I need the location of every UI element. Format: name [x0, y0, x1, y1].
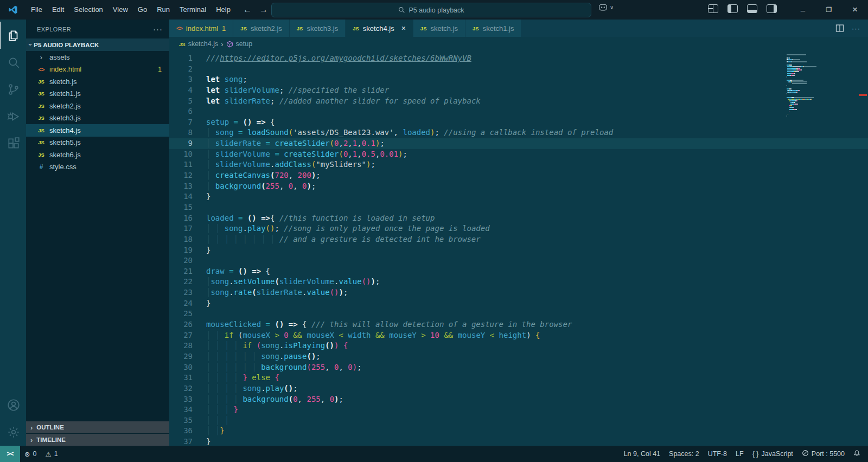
settings-gear-icon[interactable]: [0, 419, 27, 446]
minimize-button[interactable]: –: [790, 0, 816, 20]
menu-view[interactable]: View: [108, 5, 133, 14]
toggle-secondary-sidebar-button[interactable]: [767, 4, 777, 13]
code-line-5[interactable]: 5let sliderRate; //added another slider …: [169, 96, 868, 107]
section-timeline[interactable]: ›TIMELINE: [26, 434, 169, 446]
file-item-index.html[interactable]: <>index.html1: [26, 63, 169, 76]
code-line-28[interactable]: 28│ │ │ │ if (song.isPlaying()) {: [169, 341, 868, 351]
code-line-34[interactable]: 34│ │ │ }: [169, 405, 868, 415]
tab-index.html[interactable]: <>index.html1: [169, 20, 233, 37]
restore-button[interactable]: ❐: [816, 0, 842, 20]
code-line-15[interactable]: 15: [169, 202, 868, 213]
file-item-sketch3.js[interactable]: JSsketch3.js: [26, 112, 169, 125]
close-button[interactable]: ×: [842, 0, 868, 20]
forward-button[interactable]: →: [259, 5, 268, 15]
menu-go[interactable]: Go: [133, 5, 152, 14]
breadcrumb[interactable]: JS sketch4.js › setup: [169, 37, 868, 51]
tab-close-icon[interactable]: ×: [401, 24, 406, 33]
code-line-3[interactable]: 3let song;: [169, 74, 868, 85]
code-line-16[interactable]: 16loaded = () =>{ //this function is loa…: [169, 213, 868, 224]
code-line-33[interactable]: 33│ │ │ │ background(0, 255, 0);: [169, 394, 868, 405]
code-line-17[interactable]: 17│ │ song.play(); //song is only played…: [169, 223, 868, 234]
menu-edit[interactable]: Edit: [47, 5, 69, 14]
code-line-31[interactable]: 31│ │ │ │ } else {: [169, 373, 868, 383]
file-item-sketch.js[interactable]: JSsketch.js: [26, 75, 169, 88]
code-line-4[interactable]: 4let sliderVolume; //specified the slide…: [169, 85, 868, 96]
more-actions-button[interactable]: ···: [852, 24, 860, 33]
code-line-30[interactable]: 30│ │ │ │ │ │ background(255, 0, 0);: [169, 362, 868, 373]
vertical-scrollbar[interactable]: [863, 51, 868, 446]
source-control-icon[interactable]: [0, 76, 27, 103]
statusbar-encoding[interactable]: UTF-8: [704, 450, 731, 458]
code-line-11[interactable]: 11│ sliderVolume.addClass("mySliders");: [169, 159, 868, 170]
code-line-29[interactable]: 29│ │ │ │ │ │ song.pause();: [169, 351, 868, 362]
code-line-10[interactable]: 10│ sliderVolume = createSlider(0,1,0.5,…: [169, 149, 868, 160]
back-button[interactable]: ←: [243, 5, 252, 15]
statusbar-cursor-position[interactable]: Ln 9, Col 41: [620, 450, 665, 458]
account-icon[interactable]: [0, 392, 27, 419]
section-outline[interactable]: ›OUTLINE: [26, 421, 169, 433]
explorer-icon[interactable]: [0, 22, 27, 49]
copilot-button[interactable]: ∨: [598, 3, 614, 12]
code-line-23[interactable]: 23│song.rate(sliderRate.value());: [169, 287, 868, 298]
statusbar-live-server-port[interactable]: Port : 5500: [797, 450, 849, 458]
code-line-2[interactable]: 2: [169, 64, 868, 75]
tab-sketch1.js[interactable]: JSsketch1.js: [465, 20, 521, 37]
statusbar-errors[interactable]: ⊗0: [20, 450, 41, 458]
code-line-32[interactable]: 32│ │ │ │ song.play();: [169, 383, 868, 394]
customize-layout-button[interactable]: [708, 4, 718, 13]
code-editor[interactable]: 1///https://editor.p5js.org/amygoodchild…: [169, 51, 868, 446]
code-line-18[interactable]: 18│ │ │ │ │ │ │ │ // and a gresture is d…: [169, 234, 868, 245]
code-line-13[interactable]: 13│ background(255, 0, 0);: [169, 181, 868, 192]
code-line-21[interactable]: 21draw = () => {: [169, 266, 868, 277]
search-icon[interactable]: [0, 49, 27, 76]
code-line-9[interactable]: 9│ sliderRate = createSlider(0,2,1,0.1);: [169, 138, 868, 149]
tab-sketch4.js[interactable]: JSsketch4.js×: [346, 20, 413, 37]
code-line-8[interactable]: 8│ song = loadSound('assets/DS_Beat23.wa…: [169, 127, 868, 138]
code-line-25[interactable]: 25: [169, 309, 868, 319]
file-item-sketch4.js[interactable]: JSsketch4.js: [26, 124, 169, 137]
code-line-37[interactable]: 37}: [169, 437, 868, 446]
menu-file[interactable]: File: [26, 5, 47, 14]
code-line-24[interactable]: 24}: [169, 298, 868, 309]
split-editor-icon[interactable]: [835, 24, 844, 33]
statusbar-indentation[interactable]: Spaces: 2: [665, 450, 704, 458]
code-line-19[interactable]: 19}: [169, 245, 868, 256]
file-item-sketch1.js[interactable]: JSsketch1.js: [26, 88, 169, 100]
statusbar-language-mode[interactable]: { }JavaScript: [748, 450, 797, 458]
code-line-20[interactable]: 20: [169, 255, 868, 266]
toggle-primary-sidebar-button[interactable]: [727, 4, 738, 13]
menu-terminal[interactable]: Terminal: [175, 5, 211, 14]
statusbar-notifications[interactable]: [849, 450, 865, 459]
file-item-style.css[interactable]: #style.css: [26, 161, 169, 174]
code-line-1[interactable]: 1///https://editor.p5js.org/amygoodchild…: [169, 53, 868, 64]
code-line-7[interactable]: 7setup = () => {: [169, 117, 868, 128]
statusbar-warnings[interactable]: ⚠1: [41, 450, 62, 458]
command-center-search[interactable]: P5 audio playback: [271, 3, 591, 17]
code-line-14[interactable]: 14}: [169, 191, 868, 202]
workspace-root-folder[interactable]: › P5 AUDIO PLAYBACK: [26, 39, 169, 51]
tab-sketch3.js[interactable]: JSsketch3.js: [290, 20, 345, 37]
code-line-22[interactable]: 22│song.setVolume(sliderVolume.value());: [169, 277, 868, 287]
menu-selection[interactable]: Selection: [69, 5, 107, 14]
code-line-27[interactable]: 27│ │ if (mouseX > 0 && mouseX < width &…: [169, 330, 868, 341]
code-line-36[interactable]: 36│ │}: [169, 426, 868, 437]
file-item-sketch5.js[interactable]: JSsketch5.js: [26, 137, 169, 149]
toggle-panel-button[interactable]: [747, 4, 757, 13]
menu-run[interactable]: Run: [152, 5, 175, 14]
statusbar-eol[interactable]: LF: [731, 450, 748, 458]
run-and-debug-icon[interactable]: [0, 103, 27, 130]
tab-sketch2.js[interactable]: JSsketch2.js: [233, 20, 289, 37]
minimap[interactable]: [787, 54, 820, 117]
file-item-assets[interactable]: ›assets: [26, 51, 169, 63]
file-item-sketch6.js[interactable]: JSsketch6.js: [26, 149, 169, 161]
code-line-6[interactable]: 6: [169, 106, 868, 117]
code-line-26[interactable]: 26mouseClicked = () => { /// this will a…: [169, 319, 868, 330]
code-line-35[interactable]: 35│ │ │: [169, 415, 868, 426]
views-and-more-actions-button[interactable]: ···: [153, 24, 163, 34]
menu-help[interactable]: Help: [211, 5, 235, 14]
tab-sketch.js[interactable]: JSsketch.js: [413, 20, 465, 37]
code-line-12[interactable]: 12│ createCanvas(720, 200);: [169, 170, 868, 181]
file-item-sketch2.js[interactable]: JSsketch2.js: [26, 100, 169, 112]
remote-indicator[interactable]: ><: [0, 446, 20, 462]
extensions-icon[interactable]: [0, 130, 27, 157]
